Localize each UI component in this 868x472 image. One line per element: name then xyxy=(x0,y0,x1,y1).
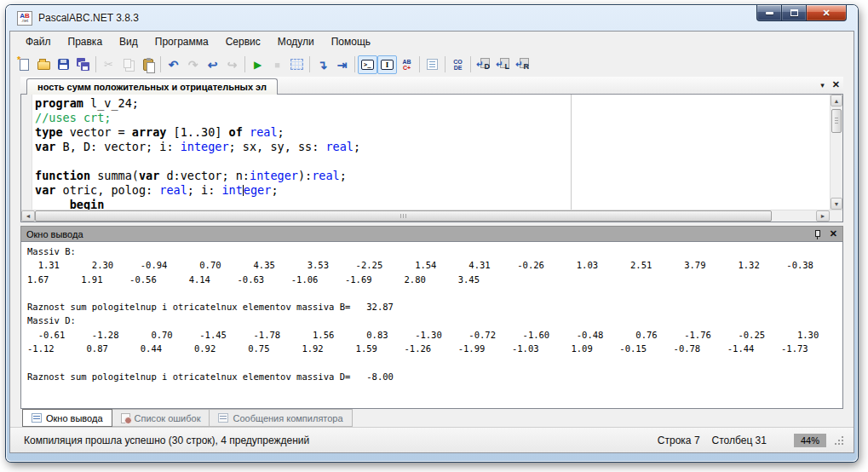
scroll-down-icon[interactable]: ▼ xyxy=(831,198,842,210)
template-r-button[interactable]: ↵R xyxy=(513,55,532,74)
console-window-toggle[interactable]: >_ xyxy=(358,55,377,74)
output-line: Raznost sum pologitelnup i otricatelnux … xyxy=(27,370,842,383)
caret-window-toggle[interactable]: I xyxy=(377,55,397,74)
output-line: 1.31 2.30 -0.94 0.70 4.35 3.53 -2.25 1.5… xyxy=(27,258,842,272)
designer-grid-icon xyxy=(290,59,303,70)
tab-compiler-messages[interactable]: Сообщения компилятора xyxy=(210,409,352,427)
unindent-button[interactable]: ⇥ xyxy=(332,55,352,74)
cut-button[interactable]: ✂ xyxy=(99,55,118,74)
scroll-left-icon[interactable]: ◄ xyxy=(21,210,35,222)
code-line[interactable]: type vector = array [1..30] of real; xyxy=(35,125,830,140)
vertical-scroll-thumb[interactable] xyxy=(831,109,842,133)
code-line[interactable]: var otric, polog: real; i: integer; xyxy=(35,183,830,198)
editor-vertical-scrollbar[interactable]: ▲ ▼ xyxy=(830,95,842,210)
client-area: Файл Правка Вид Программа Сервис Модули … xyxy=(9,31,854,453)
scroll-up-icon[interactable]: ▲ xyxy=(831,95,842,106)
code-templates-button[interactable]: CODE xyxy=(448,55,468,74)
run-icon: ▶ xyxy=(254,59,262,71)
code-editor[interactable]: program l_v_24;//uses crt;type vector = … xyxy=(32,95,830,210)
zoom-level-badge[interactable]: 44% xyxy=(794,434,826,447)
menu-program[interactable]: Программа xyxy=(147,32,217,51)
tab-output-label: Окно вывода xyxy=(46,413,103,423)
ibeam-icon: I xyxy=(381,60,394,70)
code-line[interactable]: begin xyxy=(35,198,830,210)
tab-list-dropdown-icon[interactable]: ▾ xyxy=(820,81,825,89)
redo-button[interactable]: ↷ xyxy=(183,55,203,74)
status-bar: Компиляция прошла успешно (30 строк), 4 … xyxy=(10,427,854,452)
code-line[interactable] xyxy=(35,154,830,169)
close-button[interactable]: ✕ xyxy=(807,5,847,21)
restore-button[interactable] xyxy=(782,5,807,21)
minimize-button[interactable] xyxy=(756,5,782,21)
output-console[interactable]: Massiv B: 1.31 2.30 -0.94 0.70 4.35 3.53… xyxy=(20,241,843,409)
run-button[interactable]: ▶ xyxy=(248,55,267,74)
document-tab-label: ность сумм положительных и отрицательных… xyxy=(37,82,267,92)
tab-error-list[interactable]: Список ошибок xyxy=(112,409,210,427)
horizontal-scroll-track[interactable] xyxy=(35,210,816,222)
scroll-right-icon[interactable]: ► xyxy=(816,210,830,222)
save-all-button[interactable] xyxy=(73,55,93,74)
menu-view[interactable]: Вид xyxy=(111,32,147,51)
save-button[interactable] xyxy=(54,55,73,74)
toolbar: * ✂ ↶ ↷ ↩ ↪ ▶ ■ ↴ ⇥ >_ I ABC+ xyxy=(10,52,854,77)
menu-help[interactable]: Помощь xyxy=(323,32,379,51)
resize-grip[interactable] xyxy=(833,435,845,446)
document-tab[interactable]: ность сумм положительных и отрицательных… xyxy=(26,78,278,95)
menu-service[interactable]: Сервис xyxy=(217,32,269,51)
code-line[interactable]: //uses crt; xyxy=(35,111,830,125)
copy-icon xyxy=(124,59,131,68)
stop-button[interactable]: ■ xyxy=(267,55,287,74)
open-file-button[interactable] xyxy=(34,55,54,74)
menu-modules[interactable]: Модули xyxy=(269,32,323,51)
indent-button[interactable]: ↴ xyxy=(313,55,332,74)
new-star-icon: * xyxy=(17,55,20,65)
menu-bar: Файл Правка Вид Программа Сервис Модули … xyxy=(10,32,854,52)
template-r-icon: ↵R xyxy=(515,58,530,71)
menu-file[interactable]: Файл xyxy=(17,32,60,51)
code-completion-button[interactable]: ABC+ xyxy=(397,55,417,74)
new-file-button[interactable]: * xyxy=(14,55,34,74)
template-l-button[interactable]: ↵L xyxy=(493,55,513,74)
code-icon: CODE xyxy=(453,59,463,71)
tab-output-window[interactable]: Окно вывода xyxy=(22,409,112,427)
output-panel-header[interactable]: Окно вывода ✕ xyxy=(20,226,843,241)
code-line[interactable]: program l_v_24; xyxy=(35,96,830,111)
status-message: Компиляция прошла успешно (30 строк), 4 … xyxy=(24,435,309,446)
bottom-tab-strip: Окно вывода Список ошибок Сообщения комп… xyxy=(10,409,854,427)
code-line[interactable]: var B, D: vector; i: integer; sx, sy, ss… xyxy=(35,140,830,154)
tab-controls: ▾ ✕ xyxy=(820,79,840,90)
toolbar-separator xyxy=(445,56,445,72)
output-close-icon[interactable]: ✕ xyxy=(830,228,837,239)
menu-edit[interactable]: Правка xyxy=(60,32,112,51)
template-d-icon: ↵D xyxy=(476,58,491,71)
paste-icon xyxy=(143,59,153,71)
editor-horizontal-scrollbar[interactable]: ◄ ► xyxy=(21,210,842,222)
copy-button[interactable] xyxy=(118,55,138,74)
undo-icon: ↶ xyxy=(169,59,179,71)
cut-icon: ✂ xyxy=(104,58,113,71)
tab-close-icon[interactable]: ✕ xyxy=(832,79,840,90)
unindent-icon: ⇥ xyxy=(337,59,348,71)
toolbar-separator xyxy=(309,56,310,72)
window-title: PascalABC.NET 3.8.3 xyxy=(38,12,139,24)
template-d-button[interactable]: ↵D xyxy=(474,55,493,74)
outline-icon xyxy=(427,59,438,70)
toolbar-separator xyxy=(419,56,420,72)
output-panel-title: Окно вывода xyxy=(26,229,83,239)
horizontal-scroll-thumb[interactable] xyxy=(35,210,772,222)
output-line: Raznost sum pologitelnup i otricatelnux … xyxy=(27,300,842,314)
prev-position-button[interactable]: ↩ xyxy=(203,55,222,74)
undo-button[interactable]: ↶ xyxy=(164,55,183,74)
output-header-controls: ✕ xyxy=(813,228,837,239)
tab-compiler-label: Сообщения компилятора xyxy=(233,413,342,423)
pin-icon[interactable] xyxy=(813,229,821,239)
next-position-button[interactable]: ↪ xyxy=(222,55,242,74)
structure-button[interactable] xyxy=(423,55,442,74)
title-bar[interactable]: AB .net PascalABC.NET 3.8.3 xyxy=(6,5,858,31)
code-line[interactable]: function summa(var d:vector; n:integer):… xyxy=(35,169,830,183)
error-list-icon xyxy=(121,413,130,423)
form-designer-button[interactable] xyxy=(287,55,307,74)
app-logo-icon: AB .net xyxy=(17,11,32,26)
redo-icon: ↷ xyxy=(188,59,198,71)
paste-button[interactable] xyxy=(138,55,158,74)
